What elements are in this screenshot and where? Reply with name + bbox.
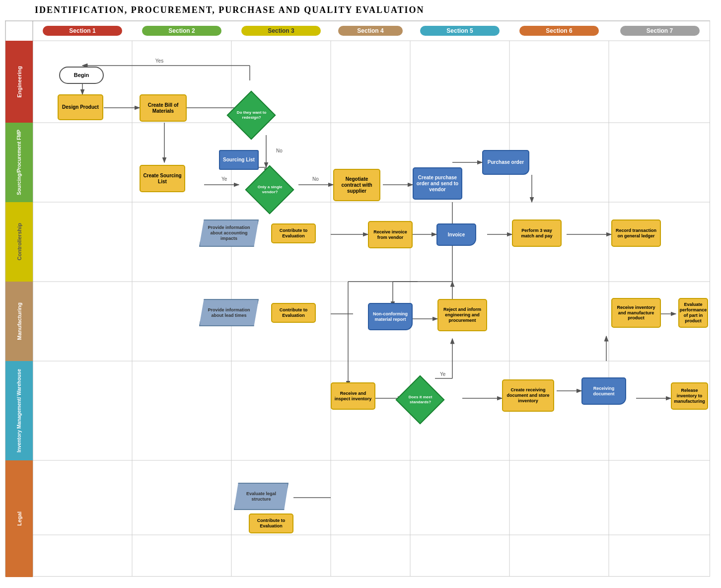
sourcing-list-node: Sourcing List bbox=[219, 150, 259, 170]
negotiate-node: Negotiate contract with supplier bbox=[333, 169, 380, 201]
reject-inform-node: Reject and inform engineering and procur… bbox=[437, 299, 487, 331]
provide-accounting-node: Provide information about accounting imp… bbox=[199, 220, 259, 247]
single-vendor-diamond: Only a single vendor? bbox=[245, 165, 294, 215]
contribute-eval1-node: Contribute to Evaluation bbox=[271, 223, 316, 243]
section-header-1: Section 1 bbox=[35, 23, 130, 38]
section-header-3: Section 3 bbox=[234, 23, 328, 38]
design-product-node: Design Product bbox=[58, 94, 103, 120]
receive-inventory-mfg-node: Receive inventory and manufacture produc… bbox=[611, 298, 661, 328]
row-label-controllership: Controllership bbox=[5, 202, 33, 282]
flow-area: Yes No Ye No bbox=[5, 20, 710, 577]
redesign-diamond: Do they want to redesign? bbox=[227, 91, 276, 140]
meet-standards-diamond: Does it meet standards? bbox=[396, 375, 445, 425]
evaluate-performance-node: Evaluate performance of part in product bbox=[678, 298, 708, 328]
create-receiving-doc-node: Create receiving document and store inve… bbox=[502, 379, 554, 412]
section-header-4: Section 4 bbox=[333, 23, 408, 38]
contribute-eval3-node: Contribute to Evaluation bbox=[249, 514, 293, 533]
section-header-2: Section 2 bbox=[135, 23, 229, 38]
diagram-container: IDENTIFICATION, PROCUREMENT, PURCHASE AN… bbox=[0, 0, 721, 588]
provide-lead-node: Provide information about lead times bbox=[199, 299, 259, 326]
non-conforming-node: Non-conforming material report bbox=[368, 303, 413, 330]
svg-text:No: No bbox=[276, 148, 283, 153]
row-label-manufacturing: Manufacturing bbox=[5, 282, 33, 361]
row-label-sourcing: Sourcing/Procurement FMP bbox=[5, 123, 33, 202]
release-inventory-node: Release inventory to manufacturing bbox=[671, 382, 708, 410]
invoice-node: Invoice bbox=[436, 223, 476, 246]
create-purchase-node: Create purchase order and send to vendor bbox=[413, 167, 462, 200]
receive-inspect-node: Receive and inspect inventory bbox=[331, 382, 375, 410]
row-label-engineering: Engineering bbox=[5, 41, 33, 123]
contribute-eval2-node: Contribute to Evaluation bbox=[271, 303, 316, 323]
svg-rect-7 bbox=[5, 21, 710, 576]
receive-invoice-node: Receive invoice from vendor bbox=[368, 221, 413, 248]
perform-3way-node: Perform 3 way match and pay bbox=[512, 220, 562, 247]
svg-text:No: No bbox=[312, 176, 319, 182]
row-label-inventory: Inventory Management/ Warehouse bbox=[5, 361, 33, 460]
evaluate-legal-node: Evaluate legal structure bbox=[234, 483, 288, 510]
receiving-document-node: Receiving document bbox=[581, 377, 626, 405]
begin-node: Begin bbox=[59, 67, 104, 84]
arrows-svg: Yes No Ye No bbox=[5, 21, 710, 576]
purchase-order-doc: Purchase order bbox=[482, 150, 529, 175]
svg-text:Ye: Ye bbox=[440, 371, 446, 377]
svg-text:Yes: Yes bbox=[155, 58, 163, 64]
create-sourcing-node: Create Sourcing List bbox=[140, 165, 185, 192]
svg-text:Ye: Ye bbox=[221, 176, 227, 182]
section-header-5: Section 5 bbox=[413, 23, 507, 38]
record-transaction-node: Record transaction on general ledger bbox=[611, 220, 661, 247]
page-title: IDENTIFICATION, PROCUREMENT, PURCHASE AN… bbox=[5, 5, 716, 15]
section-header-6: Section 6 bbox=[512, 23, 606, 38]
section-header-7: Section 7 bbox=[611, 23, 708, 38]
create-bom-node: Create Bill of Materials bbox=[140, 94, 187, 122]
row-label-legal: Legal bbox=[5, 460, 33, 577]
